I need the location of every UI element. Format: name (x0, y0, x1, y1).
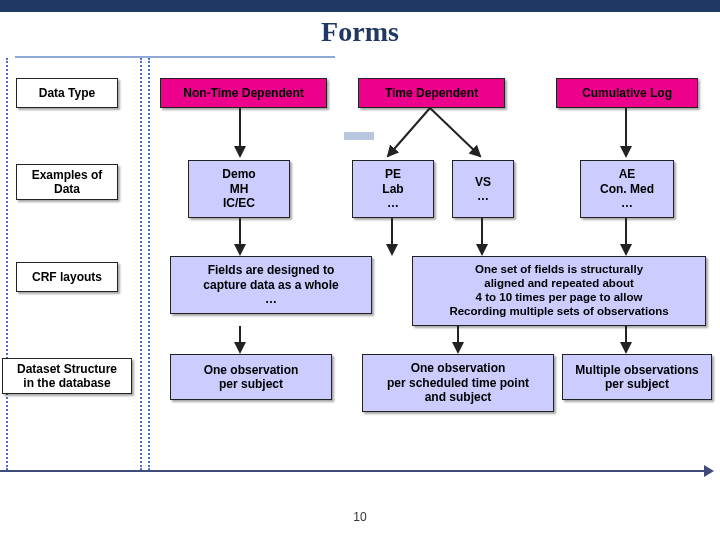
ds-a: One observation per subject (170, 354, 332, 400)
page-number: 10 (0, 510, 720, 524)
svg-line-2 (430, 108, 480, 156)
label-dataset: Dataset Structure in the database (2, 358, 132, 394)
timeline-axis (0, 470, 712, 472)
pill-non-time: Non-Time Dependent (160, 78, 327, 108)
crf-right: One set of fields is structurally aligne… (412, 256, 706, 326)
ex-vs: VS … (452, 160, 514, 218)
arrows-row1 (158, 106, 718, 160)
svg-line-1 (388, 108, 430, 156)
crf-left: Fields are designed to capture data as a… (170, 256, 372, 314)
label-crf: CRF layouts (16, 262, 118, 292)
arrows-row3 (158, 326, 718, 356)
ex-pe: PE Lab … (352, 160, 434, 218)
svg-rect-4 (344, 132, 374, 140)
label-examples: Examples of Data (16, 164, 118, 200)
pill-cumlog: Cumulative Log (556, 78, 698, 108)
ds-b: One observation per scheduled time point… (362, 354, 554, 412)
pill-time: Time Dependent (358, 78, 505, 108)
label-data-type: Data Type (16, 78, 118, 108)
page-title: Forms (0, 16, 720, 48)
ds-c: Multiple observations per subject (562, 354, 712, 400)
arrows-row2 (158, 218, 718, 258)
ex-ae: AE Con. Med … (580, 160, 674, 218)
ex-demo: Demo MH IC/EC (188, 160, 290, 218)
